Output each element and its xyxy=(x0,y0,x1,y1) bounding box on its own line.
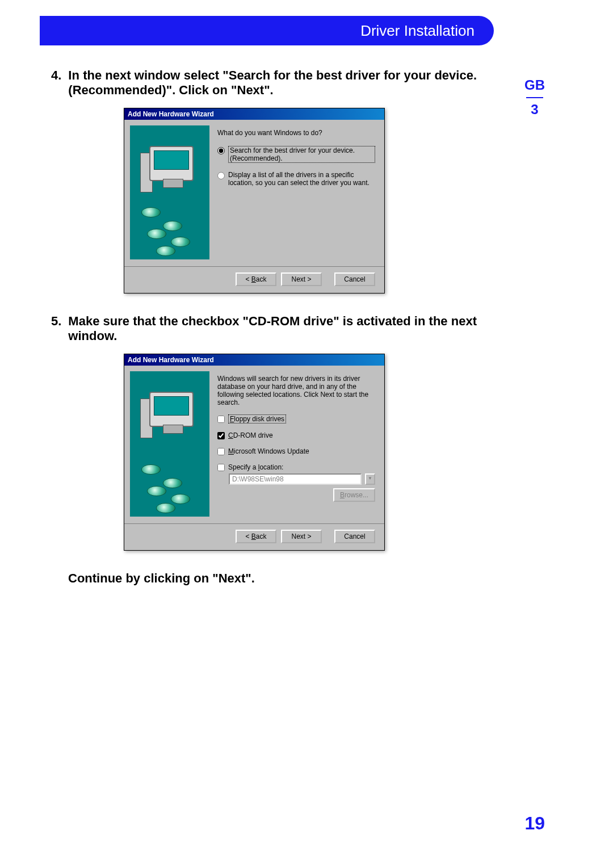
wizard1-footer: < Back Next > Cancel xyxy=(124,266,384,293)
wizard1-option2[interactable]: Display a list of all the drivers in a s… xyxy=(217,171,375,187)
radio-display-list[interactable] xyxy=(217,172,225,179)
checkbox-specify-location[interactable]: Specify a location: xyxy=(217,463,375,471)
computer-monitor-icon xyxy=(149,392,194,427)
wizard2-body: Windows will search for new drivers in i… xyxy=(124,366,384,523)
page-header: Driver Installation xyxy=(40,16,494,45)
checkbox-windows-update-label: Microsoft Windows Update xyxy=(228,447,309,455)
disc-icon xyxy=(156,246,175,256)
wizard2-intro: Windows will search for new drivers in i… xyxy=(217,375,375,406)
back-button[interactable]: < Back xyxy=(236,272,276,286)
next-button[interactable]: Next > xyxy=(281,530,322,543)
main-content: 4. In the next window select "Search for… xyxy=(51,68,477,586)
wizard2-titlebar: Add New Hardware Wizard xyxy=(124,354,384,366)
wizard1-option1[interactable]: Search for the best driver for your devi… xyxy=(217,146,375,163)
back-button[interactable]: < Back xyxy=(236,530,276,543)
side-section-label: GB 3 xyxy=(524,77,545,118)
browse-row: Browse... xyxy=(229,488,375,502)
step-5-number: 5. xyxy=(51,314,61,343)
step-4-text: In the next window select "Search for th… xyxy=(68,68,477,98)
checkbox-floppy-input[interactable] xyxy=(217,416,225,423)
wizard2-content: Windows will search for new drivers in i… xyxy=(217,371,375,505)
disc-icon xyxy=(141,207,161,217)
wizard2-footer: < Back Next > Cancel xyxy=(124,523,384,550)
checkbox-floppy-label: Floppy disk drives xyxy=(228,414,286,423)
wizard-dialog-2: Add New Hardware Wizard Windows will sea… xyxy=(124,354,385,551)
checkbox-cdrom-input[interactable] xyxy=(217,432,225,439)
checkbox-floppy[interactable]: Floppy disk drives xyxy=(217,414,375,423)
disc-icon xyxy=(147,486,166,496)
browse-button[interactable]: Browse... xyxy=(333,488,375,502)
checkbox-specify-location-label: Specify a location: xyxy=(228,463,283,471)
wizard1-titlebar: Add New Hardware Wizard xyxy=(124,108,384,120)
next-button[interactable]: Next > xyxy=(281,272,322,286)
wizard2-graphic xyxy=(130,371,209,517)
wizard1-graphic xyxy=(130,125,209,259)
step-4-number: 4. xyxy=(51,68,61,98)
radio-search-best-driver[interactable] xyxy=(217,147,225,154)
wizard1-question: What do you want Windows to do? xyxy=(217,129,375,137)
disc-icon xyxy=(156,503,175,513)
cancel-button[interactable]: Cancel xyxy=(334,530,375,543)
checkbox-specify-location-input[interactable] xyxy=(217,464,225,471)
side-section-number: 3 xyxy=(524,102,545,118)
wizard1-option1-label: Search for the best driver for your devi… xyxy=(228,146,375,163)
disc-icon xyxy=(163,478,182,488)
continue-text: Continue by clicking on "Next". xyxy=(68,571,477,586)
wizard1-content: What do you want Windows to do? Search f… xyxy=(217,125,375,195)
step-5-text: Make sure that the checkbox "CD-ROM driv… xyxy=(68,314,477,343)
wizard1-option2-label: Display a list of all the drivers in a s… xyxy=(228,171,375,187)
back-label-underline: B xyxy=(251,275,256,283)
step-4: 4. In the next window select "Search for… xyxy=(51,68,477,98)
disc-icon xyxy=(163,221,182,231)
page-header-title: Driver Installation xyxy=(360,22,475,40)
checkbox-windows-update[interactable]: Microsoft Windows Update xyxy=(217,447,375,455)
location-path-input[interactable] xyxy=(229,473,362,485)
computer-monitor-icon xyxy=(149,146,194,181)
disc-icon xyxy=(147,229,166,239)
disc-icon xyxy=(141,464,161,475)
location-dropdown-button[interactable]: ▼ xyxy=(365,473,375,485)
side-lang: GB xyxy=(524,77,545,94)
wizard-dialog-1: Add New Hardware Wizard What do you want… xyxy=(124,108,385,293)
checkbox-cdrom[interactable]: CD-ROM drive xyxy=(217,431,375,439)
side-divider xyxy=(526,97,543,98)
disc-icon xyxy=(171,494,190,504)
checkbox-windows-update-input[interactable] xyxy=(217,448,225,455)
wizard1-body: What do you want Windows to do? Search f… xyxy=(124,120,384,266)
step-5: 5. Make sure that the checkbox "CD-ROM d… xyxy=(51,314,477,343)
checkbox-cdrom-label: CD-ROM drive xyxy=(228,431,273,439)
location-path-row: ▼ xyxy=(229,473,375,485)
cancel-button[interactable]: Cancel xyxy=(334,272,375,286)
page-number: 19 xyxy=(524,813,545,834)
disc-icon xyxy=(171,237,190,247)
